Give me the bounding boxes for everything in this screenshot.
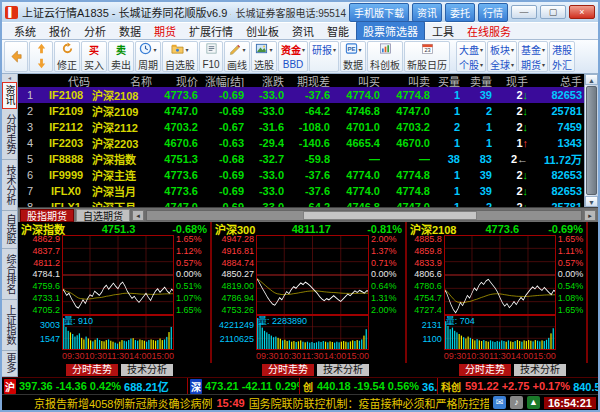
toolbar-btn-新股日历[interactable]: 新股日历 [407, 57, 447, 72]
toolbar-btn-期货[interactable]: 期货▾ [521, 57, 545, 72]
table-row[interactable]: 7IFLX0沪深当月4773.6-0.69-33.0-37.64774.0477… [18, 183, 584, 199]
table-row[interactable]: 6IF9999沪深主连4773.6-0.69-33.0-37.64774.047… [18, 167, 584, 183]
chart-plot-area[interactable]: 量: 91009:3010:3011:3014:0015:00 [62, 235, 174, 363]
menu-item-工具[interactable]: 工具 [426, 22, 460, 40]
toolbar-btn-港股[interactable]: 港股 [552, 42, 572, 57]
toolbar-btn-个股[interactable]: 个股▾ [459, 57, 483, 72]
toolbar-btn-板块[interactable]: 板块▾ [490, 42, 514, 57]
table-row[interactable]: 4IF2203沪深22034670.6-0.63-29.4-140.64665.… [18, 135, 584, 151]
toolbar-btn-calendar-icon[interactable]: 23 [421, 42, 434, 57]
bell-icon[interactable]: ♪ [510, 396, 523, 409]
chevron-down-icon[interactable]: ▾ [242, 46, 245, 53]
toolbar-btn-BBD[interactable]: BBD [283, 57, 304, 71]
minute-price-chart[interactable] [62, 235, 174, 315]
chevron-down-icon[interactable]: ▾ [480, 61, 483, 68]
alert-text[interactable]: 国务院联防联控机制：疫苗接种必须和严格防控措 [249, 395, 489, 411]
toolbar-btn-F10[interactable]: F10 [202, 57, 219, 71]
toolbar-btn-买[interactable]: 买 [89, 42, 99, 57]
hscrollbar-thumb[interactable] [303, 211, 477, 220]
menu-item-系统[interactable]: 系统 [8, 22, 42, 40]
close-button[interactable]: × [569, 5, 595, 19]
scroll-down-icon[interactable]: ▼ [585, 196, 598, 207]
scroll-up-icon[interactable]: ▲ [585, 74, 598, 85]
toolbar-btn-选股[interactable]: 选股 [254, 57, 274, 72]
toolbar-btn-数据[interactable]: 数据 [343, 57, 363, 72]
chart-plot-area[interactable]: 量: 228389009:3010:3011:3014:0015:00 [256, 235, 369, 363]
menu-item-分析[interactable]: 分析 [78, 22, 112, 40]
toolbar-btn-chart-icon[interactable] [379, 42, 392, 57]
tab-custom-futures[interactable]: 自选期货 [76, 209, 130, 222]
message-icon[interactable]: ✉ [493, 396, 506, 409]
chevron-down-icon[interactable]: ▾ [511, 61, 514, 68]
minute-price-chart[interactable] [444, 235, 556, 315]
toolbar-btn-arrow-up-icon[interactable] [35, 42, 48, 57]
toolbar-btn-全球[interactable]: 全球▾ [490, 57, 514, 72]
menu-item-数据[interactable]: 数据 [113, 22, 147, 40]
menu-item-智能[interactable]: 智能 [321, 22, 355, 40]
chevron-down-icon[interactable]: ▾ [269, 46, 272, 53]
toolbar-btn-外汇[interactable]: 外汇 [552, 57, 572, 72]
toolbar-btn-研报[interactable]: 研报▾ [312, 42, 336, 57]
toolbar-btn-arrow-down-icon[interactable] [35, 57, 48, 72]
toolbar-btn-资金[interactable]: 资金▾ [281, 42, 305, 57]
ticker-item-创[interactable]: 创440.18-19.540.56%36.42亿 [300, 378, 438, 394]
chevron-down-icon[interactable]: ▾ [511, 46, 514, 53]
chevron-down-icon[interactable]: ▾ [542, 61, 545, 68]
toolbar-btn-修正[interactable]: 修正 [57, 57, 77, 72]
menu-item-资讯[interactable]: 资讯 [286, 22, 320, 40]
sidebar-item-自选股[interactable]: 自选股 [2, 211, 17, 249]
toolbar-btn-买入[interactable]: 买入 [84, 57, 104, 72]
menu-item-报价[interactable]: 报价 [43, 22, 77, 40]
sidebar-item-技术分析[interactable]: 技术分析 [2, 160, 17, 211]
sidebar-item-更多[interactable]: 更多 [2, 351, 17, 377]
sidebar-item-上证指数[interactable]: 上证指数 [2, 300, 17, 351]
tab-技术分析[interactable]: 技术分析 [317, 364, 369, 376]
table-row[interactable]: 3IF2112沪深21124703.2-0.67-31.6-108.04701.… [18, 119, 584, 135]
tab-分时走势[interactable]: 分时走势 [66, 364, 118, 376]
toolbar-btn-自选股[interactable]: 自选股 [165, 57, 195, 72]
chevron-down-icon[interactable]: ▾ [153, 46, 156, 53]
hscroll-right-icon[interactable]: ▸ [584, 210, 596, 221]
minimize-button[interactable]: — [511, 5, 537, 19]
chevron-down-icon[interactable]: ▾ [480, 46, 483, 53]
news-button[interactable]: 资讯 [412, 3, 442, 22]
toolbar-btn-picture-icon[interactable]: ▾ [255, 42, 272, 57]
chart-plot-area[interactable]: 量: 70409:3010:3011:3014:0015:00 [444, 235, 556, 363]
chevron-down-icon[interactable]: ▾ [185, 46, 188, 53]
chevron-down-icon[interactable]: ▾ [359, 46, 362, 53]
toolbar-back-button[interactable] [10, 42, 23, 71]
toolbar-btn-周期[interactable]: 周期 [138, 57, 158, 72]
quotes-button[interactable]: 行情 [478, 3, 508, 22]
toolbar-btn-clock-icon[interactable]: ▾ [139, 42, 156, 57]
toolbar-btn-folder-icon[interactable]: ▾ [171, 42, 188, 57]
market-status-icon[interactable]: ▲ [527, 396, 540, 409]
menu-item-扩展行情[interactable]: 扩展行情 [183, 22, 239, 40]
news-marquee[interactable]: 京报告新增4058例新冠肺炎确诊病例 [34, 395, 212, 411]
mobile-download-button[interactable]: 手机版下载 [349, 3, 409, 22]
toolbar-btn-卖出[interactable]: 卖出 [111, 57, 131, 72]
sidebar-item-资讯[interactable]: 资讯 [2, 82, 17, 109]
sidebar-item-分时走势[interactable]: 分时走势 [2, 109, 17, 160]
ticker-item-深[interactable]: 深473.21-42.110.29%709.01亿 [188, 378, 300, 394]
restore-button[interactable]: ▢ [540, 5, 566, 19]
sidebar-collapse-handle[interactable]: ◂ [2, 74, 17, 82]
ticker-item-沪[interactable]: 沪397.36-14.360.42%688.21亿 [2, 378, 188, 394]
toolbar-btn-卖[interactable]: 卖 [116, 42, 126, 57]
menu-item-股票筛选器[interactable]: 股票筛选器 [356, 21, 425, 41]
toolbar-btn-科创板[interactable]: 科创板 [370, 57, 400, 72]
toolbar-btn-基金[interactable]: 基金▾ [521, 42, 545, 57]
trade-button[interactable]: 委托 [445, 3, 475, 22]
menu-item-创业板[interactable]: 创业板 [240, 22, 285, 40]
horizontal-scrollbar[interactable] [146, 210, 582, 221]
table-row[interactable]: 2IF2109沪深21094747.0-0.69-33.0-64.24746.8… [18, 103, 584, 119]
ticker-item-科创[interactable]: 科创591.22+2.75+0.17%840.57亿 [438, 378, 598, 394]
chevron-down-icon[interactable]: ▾ [542, 46, 545, 53]
toolbar-btn-大盘[interactable]: 大盘▾ [459, 42, 483, 57]
table-row-selected[interactable]: 1IF2108沪深21084773.6-0.69-33.0-37.64774.0… [18, 87, 584, 103]
minute-price-chart[interactable] [256, 235, 369, 315]
toolbar-btn-pe-icon[interactable]: PE▾ [345, 42, 362, 57]
toolbar-btn-pencil-icon[interactable]: ▾ [228, 42, 245, 57]
toolbar-btn-news-icon[interactable] [205, 42, 218, 57]
hscroll-left-icon[interactable]: ◂ [132, 210, 144, 221]
scrollbar-thumb[interactable] [586, 86, 597, 195]
